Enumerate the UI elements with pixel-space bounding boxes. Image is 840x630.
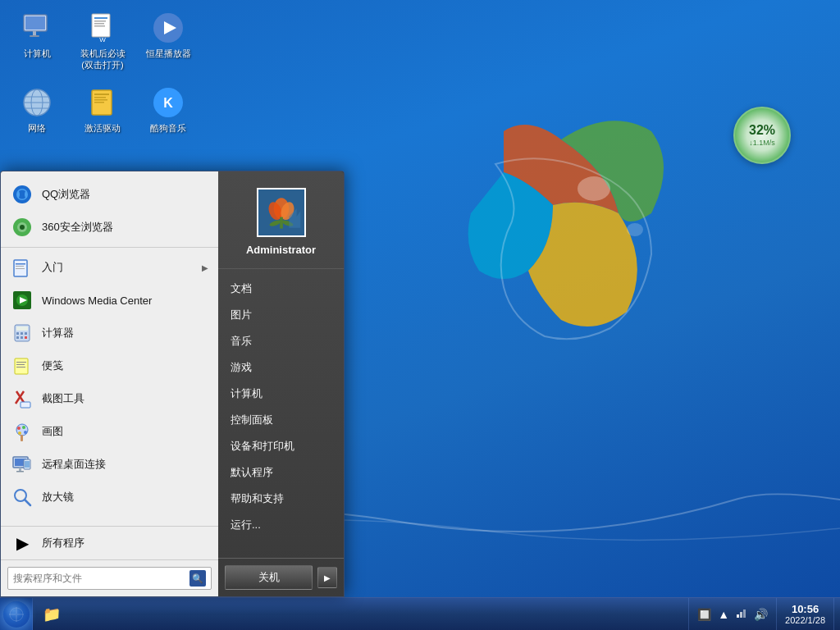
- svg-rect-22: [94, 99, 107, 101]
- start-item-notepad[interactable]: 便笺: [1, 349, 218, 382]
- start-orb: [3, 601, 30, 628]
- svg-text:K: K: [163, 96, 173, 110]
- start-button[interactable]: [0, 598, 33, 631]
- svg-rect-23: [94, 102, 104, 103]
- svg-point-0: [578, 176, 610, 201]
- right-item-default-programs[interactable]: 默认程序: [218, 459, 344, 486]
- system-tray: 🔲 ▲ 🔊: [688, 598, 776, 630]
- driver-icon: [86, 86, 119, 119]
- intro-arrow: ▶: [202, 263, 208, 272]
- speed-widget: 32% ↓1.1M/s: [733, 107, 791, 164]
- shutdown-button[interactable]: 关机: [225, 565, 313, 590]
- start-item-remote-desktop[interactable]: 远程桌面连接: [1, 448, 218, 481]
- snipping-label: 截图工具: [42, 391, 208, 406]
- shutdown-section: 关机 ▶: [218, 558, 344, 596]
- svg-rect-46: [15, 358, 28, 374]
- start-item-intro[interactable]: 入门 ▶: [1, 251, 218, 284]
- search-button[interactable]: 🔍: [189, 570, 206, 587]
- right-item-devices-printers[interactable]: 设备和打印机: [218, 433, 344, 459]
- right-item-documents[interactable]: 文档: [218, 276, 344, 302]
- start-item-snipping[interactable]: 截图工具: [1, 382, 218, 415]
- user-avatar-img: [258, 189, 304, 235]
- calculator-label: 计算器: [42, 326, 208, 340]
- start-menu-left: QQ浏览器 360安全浏览器: [1, 171, 218, 596]
- svg-rect-48: [16, 364, 25, 365]
- 360-browser-icon: [11, 216, 34, 239]
- wmc-label: Windows Media Center: [42, 294, 208, 307]
- tray-expand-icon[interactable]: ▲: [716, 606, 731, 623]
- svg-rect-49: [16, 367, 25, 368]
- desktop-icon-computer[interactable]: 计算机: [8, 8, 66, 75]
- svg-rect-5: [30, 35, 39, 37]
- 360-browser-label: 360安全浏览器: [42, 220, 208, 235]
- remote-desktop-icon: [11, 453, 34, 476]
- svg-point-30: [20, 225, 25, 230]
- shutdown-arrow-button[interactable]: ▶: [317, 567, 337, 588]
- svg-rect-39: [16, 326, 28, 331]
- desktop-icon-row-1: 计算机 W 装机后必读(双击打开): [8, 8, 197, 75]
- right-item-music[interactable]: 音乐: [218, 328, 344, 354]
- svg-rect-3: [25, 16, 45, 30]
- search-input[interactable]: [13, 573, 189, 584]
- desktop: 计算机 W 装机后必读(双击打开): [0, 0, 840, 630]
- tray-volume-icon[interactable]: 🔊: [752, 606, 769, 623]
- install-guide-icon: W: [86, 11, 119, 44]
- svg-text:W: W: [99, 36, 106, 43]
- desktop-icon-kkbox[interactable]: K 酷狗音乐: [139, 83, 197, 137]
- svg-rect-34: [16, 268, 25, 269]
- start-item-magnifier[interactable]: 放大镜: [1, 481, 218, 514]
- right-item-control-panel[interactable]: 控制面板: [218, 407, 344, 433]
- media-player-label: 恒星播放器: [146, 48, 191, 59]
- clock-time: 10:56: [792, 603, 819, 615]
- svg-point-1: [627, 223, 643, 236]
- start-item-calculator[interactable]: 计算器: [1, 317, 218, 349]
- right-item-pictures[interactable]: 图片: [218, 302, 344, 328]
- speed-rate: ↓1.1M/s: [749, 139, 775, 147]
- system-clock[interactable]: 10:56 2022/1/28: [776, 598, 833, 630]
- desktop-icon-install-guide[interactable]: W 装机后必读(双击打开): [74, 8, 131, 75]
- svg-rect-9: [94, 23, 104, 25]
- svg-rect-52: [21, 402, 30, 408]
- svg-rect-45: [25, 336, 27, 339]
- right-item-computer[interactable]: 计算机: [218, 381, 344, 407]
- svg-rect-42: [25, 332, 27, 335]
- right-item-help-support[interactable]: 帮助和支持: [218, 486, 344, 512]
- remote-desktop-label: 远程桌面连接: [42, 457, 208, 472]
- svg-point-56: [24, 431, 27, 434]
- desktop-icon-media-player[interactable]: 恒星播放器: [139, 8, 197, 75]
- snipping-icon: [11, 387, 34, 410]
- all-programs-icon: ▶: [11, 532, 34, 555]
- tray-network-icon[interactable]: [734, 605, 749, 623]
- start-item-360-browser[interactable]: 360安全浏览器: [1, 211, 218, 244]
- user-avatar[interactable]: [257, 188, 306, 237]
- svg-rect-4: [33, 31, 36, 35]
- magnifier-label: 放大镜: [42, 490, 208, 504]
- svg-rect-47: [16, 362, 26, 363]
- start-menu-left-top: QQ浏览器 360安全浏览器: [1, 171, 218, 526]
- tray-notification-icon[interactable]: 🔲: [696, 606, 713, 623]
- qq-browser-label: QQ浏览器: [42, 187, 208, 202]
- taskbar: 📁 🔲 ▲ 🔊 10:56 2022/1/28: [0, 597, 840, 630]
- start-item-qq-browser[interactable]: QQ浏览器: [1, 178, 218, 211]
- start-search-bar: 🔍: [1, 559, 218, 596]
- svg-point-55: [22, 426, 25, 429]
- all-programs-row[interactable]: ▶ 所有程序: [1, 526, 218, 559]
- svg-line-66: [25, 500, 30, 505]
- desktop-icon-driver[interactable]: 激活驱动: [74, 83, 131, 137]
- calculator-icon: [11, 322, 34, 345]
- start-menu-divider-1: [1, 247, 218, 248]
- all-programs-label: 所有程序: [42, 536, 208, 550]
- start-item-wmc[interactable]: Windows Media Center: [1, 284, 218, 317]
- svg-rect-33: [16, 266, 24, 267]
- start-item-paint[interactable]: 画图: [1, 415, 218, 448]
- svg-point-54: [17, 427, 21, 430]
- install-guide-label: 装机后必读(双击打开): [77, 48, 128, 71]
- show-desktop-button[interactable]: [833, 598, 840, 630]
- network-label: 网络: [28, 122, 46, 134]
- desktop-icon-network[interactable]: 网络: [8, 83, 66, 137]
- right-item-games[interactable]: 游戏: [218, 354, 344, 381]
- svg-rect-62: [16, 471, 24, 472]
- right-item-run[interactable]: 运行...: [218, 512, 344, 538]
- media-player-icon: [152, 11, 185, 44]
- taskbar-item-file-explorer[interactable]: 📁: [36, 600, 67, 629]
